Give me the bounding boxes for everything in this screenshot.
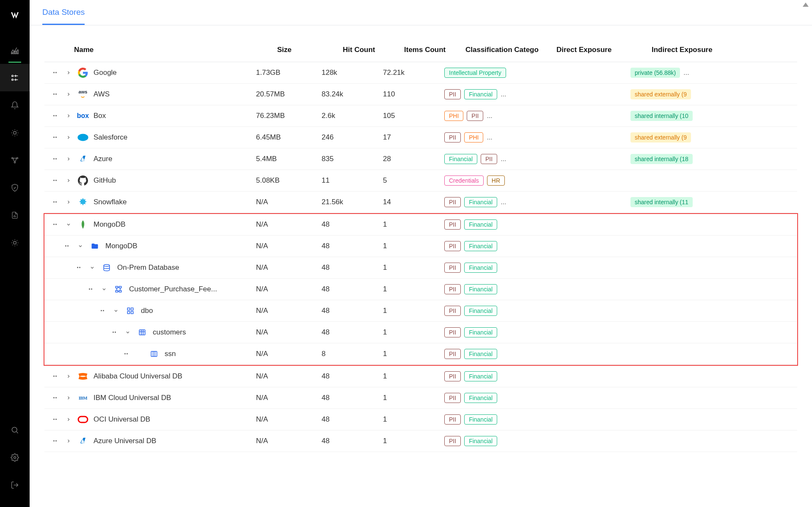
more-tags-icon[interactable]: ...	[487, 134, 492, 141]
nav-analytics[interactable]	[0, 36, 30, 64]
row-actions-icon[interactable]: ··	[112, 328, 120, 337]
nav-insights[interactable]	[0, 119, 30, 146]
row-actions-icon[interactable]: ··	[53, 112, 61, 121]
table-row[interactable]: ·· customers N/A 48 1 PIIFinancial	[44, 322, 797, 343]
row-actions-icon[interactable]: ··	[53, 220, 61, 229]
nav-data-stores[interactable]	[0, 64, 30, 91]
row-actions-icon[interactable]: ··	[53, 133, 61, 142]
chevron-right-icon[interactable]	[65, 70, 72, 75]
nav-settings[interactable]	[0, 444, 30, 471]
nav-logout[interactable]	[0, 471, 30, 499]
chevron-right-icon[interactable]	[65, 438, 72, 444]
table-row[interactable]: ·· aws⌣ AWS 20.57MB 83.24k 110 PIIFinanc…	[44, 84, 797, 105]
table-row[interactable]: ·· Azure Universal DB N/A 48 1 PIIFinanc…	[44, 430, 797, 452]
chevron-down-icon[interactable]	[100, 287, 108, 292]
table-row[interactable]: ·· MongoDB N/A 48 1 PIIFinancial	[44, 236, 797, 257]
row-name: MongoDB	[94, 220, 126, 229]
tag-pii: PII	[444, 327, 461, 337]
chevron-down-icon[interactable]	[77, 244, 84, 249]
row-actions-icon[interactable]: ··	[53, 394, 61, 403]
chevron-right-icon[interactable]	[65, 374, 72, 379]
row-actions-icon[interactable]: ··	[53, 90, 61, 99]
salesforce-icon	[77, 131, 89, 144]
nav-reports[interactable]	[0, 201, 30, 229]
nav-search[interactable]	[0, 416, 30, 444]
chevron-right-icon[interactable]	[65, 200, 72, 205]
col-classification[interactable]: Classification Catego	[465, 46, 556, 54]
tag-pii: PII	[444, 349, 461, 359]
more-tags-icon[interactable]: ...	[501, 198, 506, 206]
table-row[interactable]: ·· ssn N/A 8 1 PIIFinancial	[44, 343, 797, 365]
nav-alerts[interactable]	[0, 91, 30, 119]
table-row[interactable]: ·· Snowflake N/A 21.56k 14 PIIFinancial.…	[44, 192, 797, 213]
more-tags-icon[interactable]: ...	[501, 90, 506, 98]
indirect-exposure-badge: shared externally (9	[630, 89, 691, 99]
chevron-down-icon[interactable]	[112, 308, 120, 313]
row-actions-icon[interactable]: ··	[53, 437, 61, 446]
app-logo[interactable]	[7, 8, 22, 24]
table-row[interactable]: ·· dbo N/A 48 1 PIIFinancial	[44, 300, 797, 322]
row-actions-icon[interactable]: ··	[124, 350, 132, 359]
table-row[interactable]: ·· Azure 5.4MB 835 28 FinancialPII... sh…	[44, 148, 797, 170]
cell-items-count: 28	[383, 155, 444, 163]
table-row[interactable]: ·· Google 1.73GB 128k 72.21k Intellectua…	[44, 62, 797, 84]
table-row[interactable]: ·· Alibaba Cloud Universal DB N/A 48 1 P…	[44, 366, 797, 387]
row-actions-icon[interactable]: ··	[53, 176, 61, 185]
table-row[interactable]: ·· box Box 76.23MB 2.6k 105 PHIPII... sh…	[44, 105, 797, 127]
chevron-right-icon[interactable]	[65, 135, 72, 140]
table-row[interactable]: ·· On-Prem Database N/A 48 1 PIIFinancia…	[44, 257, 797, 279]
table-row[interactable]: ·· Customer_Purchase_Fee... N/A 48 1 PII…	[44, 279, 797, 300]
chevron-down-icon[interactable]	[124, 330, 132, 335]
col-name[interactable]: Name	[74, 46, 277, 54]
cell-hit-count: 48	[322, 437, 383, 445]
col-hit-count[interactable]: Hit Count	[343, 46, 404, 54]
row-actions-icon[interactable]: ··	[53, 69, 61, 77]
row-actions-icon[interactable]: ··	[53, 415, 61, 424]
cell-classification: PIIFinancial	[444, 436, 535, 446]
svg-point-10	[14, 131, 17, 134]
cell-classification: PHIPII...	[444, 111, 535, 121]
row-name: Azure Universal DB	[94, 437, 156, 445]
nav-security[interactable]	[0, 174, 30, 201]
table-row[interactable]: ·· MongoDB N/A 48 1 PIIFinancial	[44, 214, 797, 236]
row-actions-icon[interactable]: ··	[88, 285, 96, 294]
row-actions-icon[interactable]: ··	[100, 307, 108, 315]
cell-items-count: 1	[383, 328, 444, 337]
row-actions-icon[interactable]: ··	[53, 198, 61, 207]
chevron-right-icon[interactable]	[65, 113, 72, 118]
nav-theme[interactable]	[0, 229, 30, 256]
chevron-right-icon[interactable]	[65, 92, 72, 97]
chevron-right-icon[interactable]	[65, 395, 72, 400]
row-actions-icon[interactable]: ··	[65, 242, 72, 251]
col-items-count[interactable]: Items Count	[404, 46, 465, 54]
more-exposure-icon[interactable]: ...	[683, 69, 689, 77]
svg-rect-34	[78, 417, 88, 422]
row-actions-icon[interactable]: ··	[53, 372, 61, 381]
chevron-right-icon[interactable]	[65, 156, 72, 162]
table-row[interactable]: ·· IBM IBM Cloud Universal DB N/A 48 1 P…	[44, 387, 797, 409]
tab-data-stores[interactable]: Data Stores	[42, 8, 85, 25]
cell-items-count: 14	[383, 198, 444, 206]
nav-graph[interactable]	[0, 146, 30, 174]
tag-financial: Financial	[464, 414, 497, 425]
more-tags-icon[interactable]: ...	[501, 155, 506, 163]
col-direct-exposure[interactable]: Direct Exposure	[556, 46, 652, 54]
chevron-right-icon[interactable]	[65, 178, 72, 183]
row-actions-icon[interactable]: ··	[77, 263, 84, 272]
table-row[interactable]: ·· Salesforce 6.45MB 246 17 PIIPHI... sh…	[44, 127, 797, 148]
sidebar	[0, 0, 30, 507]
table-row[interactable]: ·· OCI Universal DB N/A 48 1 PIIFinancia…	[44, 409, 797, 430]
table-row[interactable]: ·· GitHub 5.08KB 11 5 CredentialsHR	[44, 170, 797, 192]
chevron-down-icon[interactable]	[65, 222, 72, 227]
grid-icon	[124, 304, 137, 317]
chevron-down-icon[interactable]	[88, 265, 96, 270]
col-indirect-exposure[interactable]: Indirect Exposure	[652, 46, 745, 54]
svg-rect-1	[13, 52, 14, 54]
col-size[interactable]: Size	[277, 46, 343, 54]
svg-rect-2	[15, 51, 17, 53]
snowflake-icon	[77, 196, 89, 208]
chevron-right-icon[interactable]	[65, 417, 72, 422]
scroll-up-indicator[interactable]	[803, 3, 809, 7]
row-actions-icon[interactable]: ··	[53, 155, 61, 164]
more-tags-icon[interactable]: ...	[487, 112, 492, 120]
